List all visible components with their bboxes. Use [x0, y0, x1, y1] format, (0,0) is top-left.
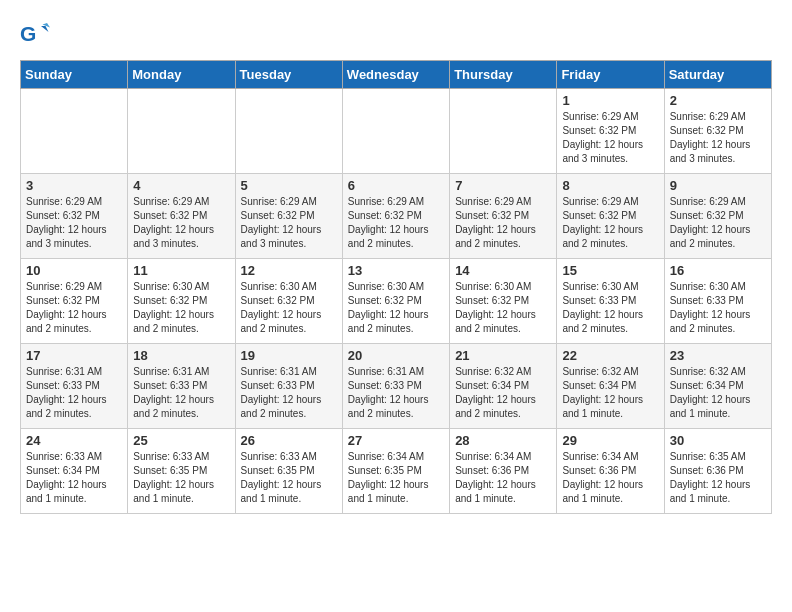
calendar-cell: 30Sunrise: 6:35 AM Sunset: 6:36 PM Dayli…: [664, 429, 771, 514]
weekday-header: Friday: [557, 61, 664, 89]
day-number: 27: [348, 433, 444, 448]
day-number: 15: [562, 263, 658, 278]
day-info: Sunrise: 6:30 AM Sunset: 6:32 PM Dayligh…: [348, 280, 444, 336]
day-info: Sunrise: 6:29 AM Sunset: 6:32 PM Dayligh…: [133, 195, 229, 251]
calendar-cell: 27Sunrise: 6:34 AM Sunset: 6:35 PM Dayli…: [342, 429, 449, 514]
day-number: 6: [348, 178, 444, 193]
day-info: Sunrise: 6:31 AM Sunset: 6:33 PM Dayligh…: [26, 365, 122, 421]
calendar-header-row: SundayMondayTuesdayWednesdayThursdayFrid…: [21, 61, 772, 89]
calendar-cell: [21, 89, 128, 174]
calendar-cell: 16Sunrise: 6:30 AM Sunset: 6:33 PM Dayli…: [664, 259, 771, 344]
day-info: Sunrise: 6:30 AM Sunset: 6:32 PM Dayligh…: [133, 280, 229, 336]
day-number: 21: [455, 348, 551, 363]
calendar-cell: 10Sunrise: 6:29 AM Sunset: 6:32 PM Dayli…: [21, 259, 128, 344]
calendar-cell: 12Sunrise: 6:30 AM Sunset: 6:32 PM Dayli…: [235, 259, 342, 344]
day-info: Sunrise: 6:30 AM Sunset: 6:33 PM Dayligh…: [562, 280, 658, 336]
day-number: 3: [26, 178, 122, 193]
day-info: Sunrise: 6:29 AM Sunset: 6:32 PM Dayligh…: [670, 110, 766, 166]
day-number: 2: [670, 93, 766, 108]
day-info: Sunrise: 6:31 AM Sunset: 6:33 PM Dayligh…: [348, 365, 444, 421]
day-number: 17: [26, 348, 122, 363]
calendar-cell: [342, 89, 449, 174]
calendar-cell: 9Sunrise: 6:29 AM Sunset: 6:32 PM Daylig…: [664, 174, 771, 259]
calendar-week-row: 17Sunrise: 6:31 AM Sunset: 6:33 PM Dayli…: [21, 344, 772, 429]
logo-icon: G: [20, 20, 50, 50]
day-number: 16: [670, 263, 766, 278]
day-number: 23: [670, 348, 766, 363]
day-info: Sunrise: 6:34 AM Sunset: 6:35 PM Dayligh…: [348, 450, 444, 506]
day-number: 22: [562, 348, 658, 363]
day-info: Sunrise: 6:34 AM Sunset: 6:36 PM Dayligh…: [562, 450, 658, 506]
day-info: Sunrise: 6:29 AM Sunset: 6:32 PM Dayligh…: [26, 195, 122, 251]
calendar-cell: 15Sunrise: 6:30 AM Sunset: 6:33 PM Dayli…: [557, 259, 664, 344]
day-number: 19: [241, 348, 337, 363]
day-info: Sunrise: 6:35 AM Sunset: 6:36 PM Dayligh…: [670, 450, 766, 506]
day-number: 7: [455, 178, 551, 193]
calendar-cell: 11Sunrise: 6:30 AM Sunset: 6:32 PM Dayli…: [128, 259, 235, 344]
weekday-header: Thursday: [450, 61, 557, 89]
day-number: 26: [241, 433, 337, 448]
svg-text:G: G: [20, 22, 36, 45]
day-number: 9: [670, 178, 766, 193]
day-number: 8: [562, 178, 658, 193]
weekday-header: Monday: [128, 61, 235, 89]
page-header: G: [20, 20, 772, 50]
calendar-cell: 5Sunrise: 6:29 AM Sunset: 6:32 PM Daylig…: [235, 174, 342, 259]
calendar-cell: 25Sunrise: 6:33 AM Sunset: 6:35 PM Dayli…: [128, 429, 235, 514]
day-info: Sunrise: 6:33 AM Sunset: 6:34 PM Dayligh…: [26, 450, 122, 506]
calendar-cell: 24Sunrise: 6:33 AM Sunset: 6:34 PM Dayli…: [21, 429, 128, 514]
day-number: 11: [133, 263, 229, 278]
weekday-header: Sunday: [21, 61, 128, 89]
calendar-cell: 14Sunrise: 6:30 AM Sunset: 6:32 PM Dayli…: [450, 259, 557, 344]
day-info: Sunrise: 6:29 AM Sunset: 6:32 PM Dayligh…: [562, 110, 658, 166]
calendar-cell: 19Sunrise: 6:31 AM Sunset: 6:33 PM Dayli…: [235, 344, 342, 429]
calendar-cell: 21Sunrise: 6:32 AM Sunset: 6:34 PM Dayli…: [450, 344, 557, 429]
day-number: 14: [455, 263, 551, 278]
day-number: 4: [133, 178, 229, 193]
calendar-cell: 7Sunrise: 6:29 AM Sunset: 6:32 PM Daylig…: [450, 174, 557, 259]
day-number: 18: [133, 348, 229, 363]
calendar-cell: [128, 89, 235, 174]
day-info: Sunrise: 6:29 AM Sunset: 6:32 PM Dayligh…: [241, 195, 337, 251]
day-number: 5: [241, 178, 337, 193]
day-info: Sunrise: 6:31 AM Sunset: 6:33 PM Dayligh…: [133, 365, 229, 421]
day-number: 1: [562, 93, 658, 108]
calendar-week-row: 10Sunrise: 6:29 AM Sunset: 6:32 PM Dayli…: [21, 259, 772, 344]
day-number: 29: [562, 433, 658, 448]
calendar-cell: 22Sunrise: 6:32 AM Sunset: 6:34 PM Dayli…: [557, 344, 664, 429]
calendar-week-row: 24Sunrise: 6:33 AM Sunset: 6:34 PM Dayli…: [21, 429, 772, 514]
day-info: Sunrise: 6:34 AM Sunset: 6:36 PM Dayligh…: [455, 450, 551, 506]
weekday-header: Wednesday: [342, 61, 449, 89]
day-info: Sunrise: 6:29 AM Sunset: 6:32 PM Dayligh…: [26, 280, 122, 336]
day-number: 30: [670, 433, 766, 448]
calendar-cell: 29Sunrise: 6:34 AM Sunset: 6:36 PM Dayli…: [557, 429, 664, 514]
calendar-week-row: 3Sunrise: 6:29 AM Sunset: 6:32 PM Daylig…: [21, 174, 772, 259]
day-info: Sunrise: 6:29 AM Sunset: 6:32 PM Dayligh…: [348, 195, 444, 251]
day-info: Sunrise: 6:30 AM Sunset: 6:32 PM Dayligh…: [241, 280, 337, 336]
day-info: Sunrise: 6:30 AM Sunset: 6:32 PM Dayligh…: [455, 280, 551, 336]
calendar-cell: 1Sunrise: 6:29 AM Sunset: 6:32 PM Daylig…: [557, 89, 664, 174]
calendar-cell: 23Sunrise: 6:32 AM Sunset: 6:34 PM Dayli…: [664, 344, 771, 429]
calendar-week-row: 1Sunrise: 6:29 AM Sunset: 6:32 PM Daylig…: [21, 89, 772, 174]
calendar-cell: 6Sunrise: 6:29 AM Sunset: 6:32 PM Daylig…: [342, 174, 449, 259]
calendar-table: SundayMondayTuesdayWednesdayThursdayFrid…: [20, 60, 772, 514]
calendar-cell: 8Sunrise: 6:29 AM Sunset: 6:32 PM Daylig…: [557, 174, 664, 259]
day-info: Sunrise: 6:29 AM Sunset: 6:32 PM Dayligh…: [670, 195, 766, 251]
day-number: 20: [348, 348, 444, 363]
calendar-cell: 28Sunrise: 6:34 AM Sunset: 6:36 PM Dayli…: [450, 429, 557, 514]
calendar-cell: 4Sunrise: 6:29 AM Sunset: 6:32 PM Daylig…: [128, 174, 235, 259]
calendar-cell: 20Sunrise: 6:31 AM Sunset: 6:33 PM Dayli…: [342, 344, 449, 429]
calendar-cell: 2Sunrise: 6:29 AM Sunset: 6:32 PM Daylig…: [664, 89, 771, 174]
day-info: Sunrise: 6:29 AM Sunset: 6:32 PM Dayligh…: [455, 195, 551, 251]
day-number: 10: [26, 263, 122, 278]
day-number: 24: [26, 433, 122, 448]
day-info: Sunrise: 6:29 AM Sunset: 6:32 PM Dayligh…: [562, 195, 658, 251]
logo: G: [20, 20, 54, 50]
weekday-header: Tuesday: [235, 61, 342, 89]
calendar-cell: 13Sunrise: 6:30 AM Sunset: 6:32 PM Dayli…: [342, 259, 449, 344]
calendar-cell: 17Sunrise: 6:31 AM Sunset: 6:33 PM Dayli…: [21, 344, 128, 429]
calendar-cell: 26Sunrise: 6:33 AM Sunset: 6:35 PM Dayli…: [235, 429, 342, 514]
svg-marker-1: [41, 26, 49, 32]
day-info: Sunrise: 6:32 AM Sunset: 6:34 PM Dayligh…: [670, 365, 766, 421]
calendar-cell: [450, 89, 557, 174]
